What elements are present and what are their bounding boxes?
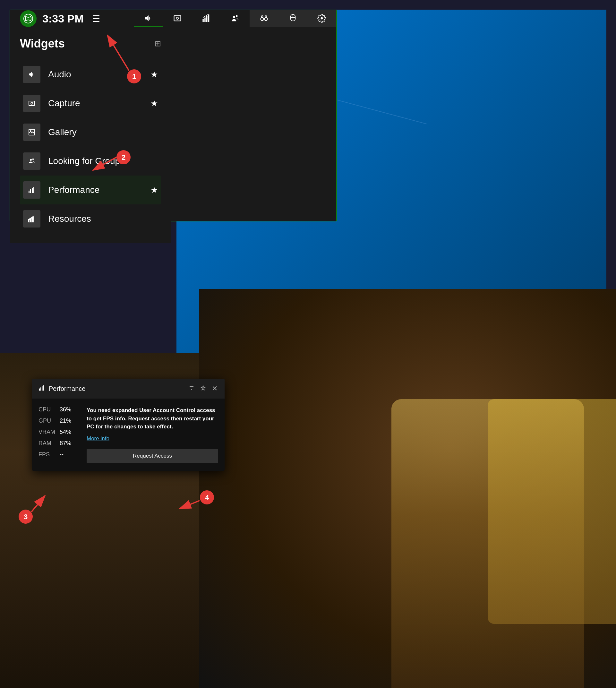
svg-rect-14 xyxy=(29,101,35,106)
widgets-filter-icon[interactable]: ⊞ xyxy=(155,39,161,48)
performance-info-panel: You need expanded User Account Control a… xyxy=(87,406,218,463)
svg-rect-1 xyxy=(174,15,181,21)
fps-stat-row: FPS -- xyxy=(39,451,80,458)
gpu-label: GPU xyxy=(39,417,57,424)
audio-widget-star[interactable]: ★ xyxy=(151,70,158,80)
performance-widget-icon xyxy=(23,181,40,199)
performance-toolbar-btn[interactable] xyxy=(192,10,221,27)
capture-widget-icon xyxy=(23,95,40,112)
widget-item-looking-for-group[interactable]: Looking for Group ★ xyxy=(20,147,161,175)
gallery-widget-star[interactable]: ★ xyxy=(151,127,158,137)
settings-toolbar-btn[interactable] xyxy=(307,10,336,27)
binoculars-toolbar-btn[interactable] xyxy=(249,10,279,27)
lfg-widget-icon xyxy=(23,152,40,170)
svg-point-9 xyxy=(261,17,264,20)
gpu-value: 21% xyxy=(60,417,71,424)
lfg-widget-label: Looking for Group xyxy=(48,156,151,166)
svg-rect-6 xyxy=(208,15,210,22)
ram-value: 87% xyxy=(60,440,71,447)
performance-card-icon xyxy=(39,385,45,393)
performance-card-close-btn[interactable]: ✕ xyxy=(211,384,218,393)
svg-rect-30 xyxy=(42,386,43,390)
performance-info-text: You need expanded User Account Control a… xyxy=(87,406,218,431)
ram-stat-row: RAM 87% xyxy=(39,440,80,447)
performance-card-header: Performance ✕ xyxy=(32,379,225,399)
performance-card-title: Performance xyxy=(49,385,184,392)
game-bar-panel: 3:33 PM ☰ xyxy=(9,9,337,221)
svg-rect-24 xyxy=(28,219,30,222)
cpu-stat-row: CPU 36% xyxy=(39,406,80,413)
widget-item-gallery[interactable]: Gallery ★ xyxy=(20,118,161,147)
vram-stat-row: VRAM 54% xyxy=(39,429,80,435)
capture-widget-star[interactable]: ★ xyxy=(151,99,158,108)
performance-card: Performance ✕ CPU 36% GPU 21% VRAM 54% xyxy=(32,379,225,471)
svg-rect-4 xyxy=(204,17,206,22)
widget-item-capture[interactable]: Capture ★ xyxy=(20,89,161,118)
svg-rect-29 xyxy=(40,387,41,390)
performance-widget-label: Performance xyxy=(48,185,151,195)
svg-rect-28 xyxy=(39,388,40,390)
more-info-link[interactable]: More info xyxy=(87,435,218,442)
gpu-stat-row: GPU 21% xyxy=(39,417,80,424)
fps-value: -- xyxy=(60,451,64,458)
widget-item-performance[interactable]: Performance ★ xyxy=(20,175,161,205)
resources-widget-label: Resources xyxy=(48,214,151,224)
svg-point-19 xyxy=(32,158,34,160)
gallery-widget-icon xyxy=(23,124,40,141)
audio-widget-icon xyxy=(23,66,40,83)
capture-widget-label: Capture xyxy=(48,98,151,108)
audio-toolbar-btn[interactable] xyxy=(134,10,163,27)
performance-card-filter-btn[interactable] xyxy=(188,384,195,393)
svg-rect-22 xyxy=(32,188,33,193)
widget-item-audio[interactable]: Audio ★ xyxy=(20,60,161,89)
toolbar: 3:33 PM ☰ xyxy=(10,10,336,27)
svg-point-15 xyxy=(31,102,33,104)
performance-stats-panel: CPU 36% GPU 21% VRAM 54% RAM 87% FPS -- xyxy=(39,406,80,463)
svg-rect-3 xyxy=(202,19,204,22)
svg-point-8 xyxy=(236,15,238,17)
lfg-widget-star[interactable]: ★ xyxy=(151,156,158,166)
svg-rect-5 xyxy=(206,16,207,22)
xbox-logo[interactable] xyxy=(20,10,37,27)
toolbar-left: 3:33 PM ☰ xyxy=(20,10,134,27)
resources-widget-star[interactable]: ★ xyxy=(151,214,158,224)
svg-rect-23 xyxy=(34,187,34,193)
svg-rect-25 xyxy=(30,218,32,222)
performance-card-controls: ✕ xyxy=(188,384,218,393)
svg-point-2 xyxy=(176,17,179,19)
widgets-title: Widgets xyxy=(20,37,65,50)
toolbar-right xyxy=(134,10,336,27)
resources-widget-icon xyxy=(23,210,40,228)
capture-toolbar-btn[interactable] xyxy=(163,10,192,27)
svg-rect-20 xyxy=(28,191,29,193)
audio-widget-label: Audio xyxy=(48,69,151,80)
svg-rect-21 xyxy=(30,189,31,193)
vram-value: 54% xyxy=(60,429,71,435)
svg-point-17 xyxy=(30,131,31,132)
cpu-label: CPU xyxy=(39,406,57,413)
svg-rect-26 xyxy=(32,217,34,222)
fps-label: FPS xyxy=(39,451,57,458)
gallery-widget-label: Gallery xyxy=(48,127,151,137)
ram-label: RAM xyxy=(39,440,57,447)
svg-rect-31 xyxy=(43,385,44,390)
svg-point-7 xyxy=(233,15,235,18)
svg-point-10 xyxy=(264,17,267,20)
cpu-value: 36% xyxy=(60,406,71,413)
widgets-panel: Widgets ⊞ Audio ★ Capture ★ Gallery ★ xyxy=(10,27,171,243)
looking-for-group-toolbar-btn[interactable] xyxy=(221,10,249,27)
time-display: 3:33 PM xyxy=(42,13,84,25)
widget-item-resources[interactable]: Resources ★ xyxy=(20,205,161,233)
svg-point-18 xyxy=(30,159,32,161)
performance-widget-star[interactable]: ★ xyxy=(151,185,158,195)
request-access-button[interactable]: Request Access xyxy=(87,449,218,463)
performance-card-pin-btn[interactable] xyxy=(200,384,206,393)
character-illustration xyxy=(199,289,616,688)
performance-card-body: CPU 36% GPU 21% VRAM 54% RAM 87% FPS -- … xyxy=(32,399,225,471)
hamburger-menu-icon[interactable]: ☰ xyxy=(89,11,103,27)
widgets-header: Widgets ⊞ xyxy=(20,37,161,50)
vram-label: VRAM xyxy=(39,429,57,435)
mouse-toolbar-btn[interactable] xyxy=(279,10,307,27)
